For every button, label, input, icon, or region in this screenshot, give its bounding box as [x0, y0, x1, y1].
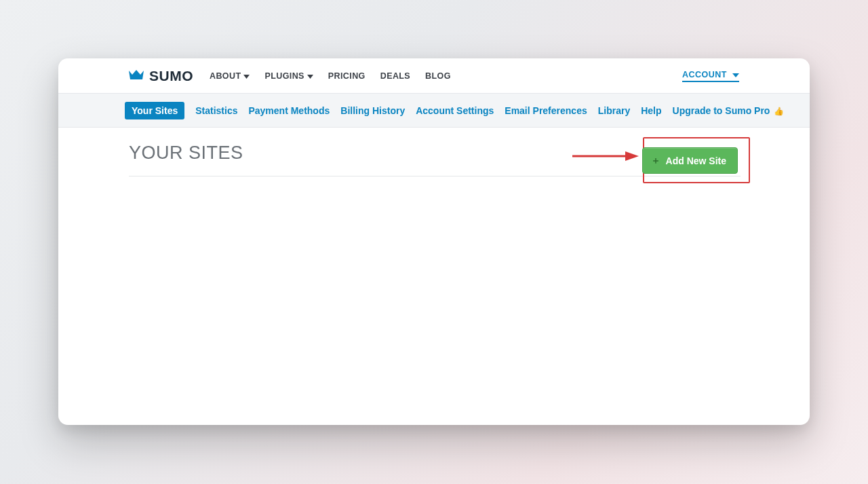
nav-pricing[interactable]: PRICING	[328, 71, 366, 81]
chevron-down-icon	[307, 71, 313, 81]
tab-help[interactable]: Help	[641, 105, 661, 116]
upgrade-label: Upgrade to Sumo Pro	[673, 105, 770, 116]
tab-upgrade-pro[interactable]: Upgrade to Sumo Pro 👍	[673, 105, 785, 116]
brand-name: SUMO	[149, 68, 193, 84]
tab-email-preferences[interactable]: Email Preferences	[505, 105, 587, 116]
account-menu[interactable]: ACCOUNT	[682, 70, 739, 82]
thumbs-up-icon: 👍	[774, 107, 784, 116]
nav-label: PLUGINS	[264, 71, 304, 81]
brand-logo[interactable]: SUMO	[127, 68, 193, 84]
page-content: YOUR SITES ＋ Add New Site	[58, 128, 810, 176]
chevron-down-icon	[732, 70, 739, 79]
plus-icon: ＋	[651, 155, 660, 167]
nav-blog[interactable]: BLOG	[425, 71, 451, 81]
nav-label: BLOG	[425, 71, 451, 81]
tab-billing-history[interactable]: Billing History	[340, 105, 405, 116]
app-window: SUMO ABOUT PLUGINS PRICING DEALS	[58, 58, 810, 425]
primary-nav: ABOUT PLUGINS PRICING DEALS BLOG	[210, 71, 451, 81]
tab-account-settings[interactable]: Account Settings	[416, 105, 494, 116]
tab-library[interactable]: Library	[598, 105, 630, 116]
nav-plugins[interactable]: PLUGINS	[264, 71, 313, 81]
tab-statistics[interactable]: Statistics	[195, 105, 237, 116]
nav-label: PRICING	[328, 71, 366, 81]
add-button-label: Add New Site	[666, 155, 726, 166]
nav-label: ABOUT	[210, 71, 241, 81]
tab-your-sites[interactable]: Your Sites	[125, 102, 184, 119]
crown-icon	[127, 69, 145, 83]
top-navbar: SUMO ABOUT PLUGINS PRICING DEALS	[58, 58, 810, 94]
tab-payment-methods[interactable]: Payment Methods	[248, 105, 330, 116]
account-label: ACCOUNT	[682, 70, 727, 79]
page-title: YOUR SITES	[129, 143, 243, 164]
nav-label: DEALS	[380, 71, 410, 81]
chevron-down-icon	[243, 71, 250, 81]
account-subnav: Your Sites Statistics Payment Methods Bi…	[58, 94, 810, 128]
nav-about[interactable]: ABOUT	[210, 71, 250, 81]
nav-deals[interactable]: DEALS	[380, 71, 410, 81]
add-new-site-button[interactable]: ＋ Add New Site	[642, 147, 738, 174]
